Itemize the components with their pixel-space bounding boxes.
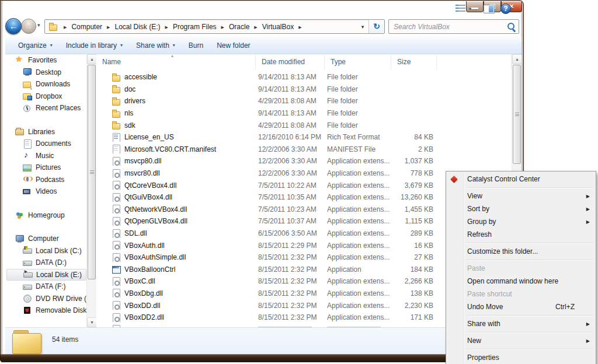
file-row[interactable]: License_en_US 12/16/2010 6:14 PM Rich Te…: [96, 131, 512, 144]
sidebar-item[interactable]: Desktop: [5, 66, 86, 79]
file-name: VBoxDbg.dll: [124, 289, 163, 298]
scroll-down-icon[interactable]: ▼: [87, 317, 97, 327]
search-icon[interactable]: [506, 21, 519, 33]
breadcrumb-item[interactable]: ▶: [294, 24, 306, 29]
context-menu-item[interactable]: Group by ▶: [446, 215, 596, 228]
sidebar-item[interactable]: Music: [5, 150, 86, 162]
file-date: 7/5/2011 10:37 AM: [256, 217, 325, 225]
help-icon[interactable]: ?: [500, 4, 511, 14]
refresh-button[interactable]: ↻: [368, 20, 384, 33]
context-menu-item[interactable]: [446, 186, 596, 190]
context-menu-item[interactable]: Catalyst Control Center: [446, 173, 596, 186]
address-dropdown-caret-icon[interactable]: ▾: [357, 24, 368, 30]
column-header[interactable]: Size: [391, 54, 437, 69]
sidebar-item[interactable]: Computer: [5, 233, 86, 245]
change-view-icon[interactable]: [456, 5, 465, 13]
breadcrumb-item[interactable]: ▶ Program Files: [161, 23, 217, 31]
context-menu-item[interactable]: Share with ▶: [446, 317, 596, 330]
column-header-label: Date modified: [262, 58, 305, 66]
file-row[interactable]: Microsoft.VC80.CRT.manifest 12/2/2006 3:…: [96, 144, 512, 156]
sidebar-item[interactable]: Videos: [5, 186, 86, 198]
submenu-arrow-icon: ▶: [586, 190, 590, 203]
sidebar-item[interactable]: Pictures: [5, 162, 86, 174]
sidebar-item[interactable]: Local Disk (E:): [6, 269, 86, 281]
file-icon: [112, 145, 121, 153]
sidebar-item[interactable]: Libraries: [5, 126, 86, 138]
details-pane: 54 items: [5, 327, 521, 354]
sidebar-item[interactable]: Homegroup: [5, 209, 86, 222]
column-header[interactable]: Date modified: [256, 54, 325, 69]
column-header[interactable]: Name: [96, 54, 256, 69]
context-menu-item[interactable]: View ▶: [446, 190, 596, 202]
file-row[interactable]: msvcp80.dll 12/2/2006 3:30 AM Applicatio…: [96, 155, 512, 167]
file-row[interactable]: nls 9/14/2011 8:13 AM File folder: [96, 107, 512, 120]
file-type: MANIFEST File: [325, 145, 391, 153]
toolbar-button[interactable]: Organize ▾: [18, 41, 53, 50]
file-size: 2,230 KB: [391, 302, 437, 310]
context-menu-item[interactable]: Customize this folder...: [446, 245, 596, 258]
file-row[interactable]: drivers 4/29/2011 8:08 AM File folder: [96, 95, 512, 107]
sidebar-item[interactable]: Removable Disk (: [5, 304, 86, 317]
context-menu-item[interactable]: [446, 330, 596, 334]
sidebar-item[interactable]: DVD RW Drive (G: [5, 293, 86, 305]
context-menu-item[interactable]: [446, 241, 596, 245]
context-menu-item[interactable]: Undo Move Ctrl+Z: [446, 300, 596, 313]
sidebar-scrollbar[interactable]: ▲ ▼: [86, 54, 96, 327]
sidebar-item[interactable]: Documents: [5, 138, 86, 150]
breadcrumb-separator-icon: ▶: [107, 24, 110, 29]
sidebar-item[interactable]: Dropbox: [5, 90, 86, 103]
column-header[interactable]: Type: [325, 54, 391, 69]
breadcrumb-item[interactable]: ▶ Oracle: [217, 23, 250, 31]
column-header[interactable]: [437, 54, 512, 69]
file-name-cell: VBoxAuth.dll: [96, 241, 256, 250]
sidebar-icon: [23, 282, 32, 291]
context-menu-item[interactable]: Sort by ▶: [446, 202, 596, 215]
file-name-cell: QtCoreVBox4.dll: [96, 181, 256, 190]
breadcrumb-item[interactable]: ▶ VirtualBox: [249, 23, 294, 31]
toolbar-button[interactable]: Share with ▾: [136, 41, 175, 50]
scrollbar-thumb[interactable]: [513, 65, 521, 164]
change-view-caret-icon[interactable]: ▾: [469, 6, 471, 12]
file-row[interactable]: sdk 4/29/2011 8:08 AM File folder: [96, 119, 512, 131]
sidebar-item[interactable]: Recent Places: [5, 102, 86, 114]
sidebar-item[interactable]: Podcasts: [5, 174, 86, 186]
sidebar-item[interactable]: Favorites: [5, 54, 86, 66]
search-input[interactable]: Search VirtualBox: [388, 19, 519, 34]
breadcrumb-item[interactable]: ▶ Local Disk (E:): [102, 23, 160, 31]
file-icon: [112, 73, 121, 82]
toolbar-button[interactable]: New folder: [217, 41, 250, 50]
context-menu-item[interactable]: Paste: [446, 262, 596, 275]
file-icon: [112, 109, 121, 118]
sidebar-icon: [23, 151, 32, 160]
scroll-up-icon[interactable]: ▲: [87, 54, 97, 64]
file-row[interactable]: accessible 9/14/2011 8:13 AM File folder: [96, 71, 512, 83]
context-menu-item[interactable]: [446, 347, 596, 351]
context-menu-item[interactable]: [446, 258, 596, 262]
forward-arrow-icon: →: [25, 22, 33, 31]
sidebar-item[interactable]: Local Disk (C:): [5, 245, 86, 257]
sidebar-item[interactable]: Downloads: [5, 78, 86, 90]
context-menu-item[interactable]: Open command window here: [446, 275, 596, 288]
context-menu-item[interactable]: Properties: [446, 351, 596, 364]
back-button[interactable]: ←: [5, 18, 22, 34]
scrollbar-thumb[interactable]: [88, 65, 96, 279]
context-menu-item-label: Paste shortcut: [467, 290, 512, 298]
file-date: 7/5/2011 10:22 AM: [256, 181, 325, 190]
file-name: VBoxC.dll: [124, 277, 155, 285]
sidebar-item[interactable]: DATA (D:): [5, 257, 86, 269]
recent-pages-caret-icon[interactable]: ▾: [37, 22, 40, 28]
sidebar-item[interactable]: DATA (F:): [5, 281, 86, 293]
context-menu-item[interactable]: [446, 313, 596, 317]
file-type: Application extens...: [325, 169, 391, 177]
preview-pane-icon[interactable]: [484, 5, 495, 13]
context-menu-item[interactable]: New ▶: [446, 334, 596, 347]
address-bar[interactable]: ▶ Computer ▶ Local Disk (E:) ▶ Program F…: [44, 19, 385, 34]
scroll-up-icon[interactable]: ▲: [512, 54, 522, 64]
breadcrumb-item[interactable]: ▶ Computer: [59, 23, 102, 31]
toolbar-button[interactable]: Include in library ▾: [66, 41, 123, 50]
forward-button[interactable]: →: [21, 19, 36, 34]
file-row[interactable]: doc 9/14/2011 8:13 AM File folder: [96, 83, 512, 96]
context-menu-item[interactable]: Paste shortcut: [446, 288, 596, 300]
context-menu-item[interactable]: Refresh: [446, 228, 596, 241]
toolbar-button[interactable]: Burn: [189, 41, 203, 50]
